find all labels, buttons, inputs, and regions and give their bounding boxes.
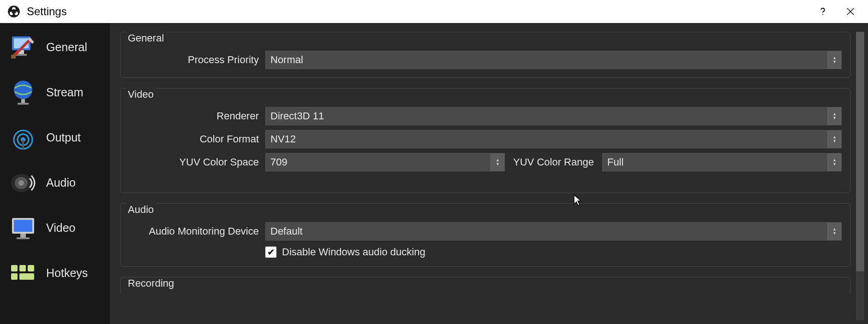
checkbox-icon: ✔	[265, 247, 276, 258]
spinner-icon: ▲▼	[827, 107, 841, 125]
svg-point-15	[14, 81, 32, 99]
select-color-format[interactable]: NV12 ▲▼	[265, 130, 842, 148]
select-value: Default	[270, 225, 303, 237]
spinner-icon: ▲▼	[827, 51, 841, 69]
sidebar-item-label: General	[46, 41, 87, 54]
select-audio-monitoring-device[interactable]: Default ▲▼	[265, 222, 842, 241]
sidebar-item-stream[interactable]: Stream	[0, 76, 110, 108]
spinner-icon: ▲▼	[827, 153, 841, 171]
svg-point-5	[822, 14, 823, 15]
svg-rect-28	[17, 237, 30, 239]
sidebar-item-hotkeys[interactable]: Hotkeys	[0, 257, 110, 289]
sidebar-item-label: Audio	[46, 176, 76, 189]
general-settings-icon	[9, 34, 37, 60]
sidebar-item-audio[interactable]: Audio	[0, 166, 110, 199]
select-value: Normal	[270, 54, 303, 66]
checkbox-disable-audio-ducking[interactable]: ✔ Disable Windows audio ducking	[265, 246, 842, 258]
spinner-icon: ▲▼	[827, 130, 841, 148]
sidebar-item-label: Hotkeys	[46, 266, 88, 280]
app-icon	[7, 5, 20, 18]
sidebar-item-general[interactable]: General	[0, 31, 110, 63]
window-title: Settings	[27, 5, 67, 18]
svg-rect-31	[28, 265, 34, 271]
checkbox-label: Disable Windows audio ducking	[282, 246, 425, 258]
spinner-icon: ▲▼	[491, 153, 504, 171]
select-value: 709	[270, 156, 287, 168]
label-process-priority: Process Priority	[129, 54, 259, 66]
sidebar-item-label: Video	[46, 221, 76, 235]
settings-content: General Process Priority Normal ▲▼ Video…	[110, 24, 856, 324]
hotkeys-keyboard-icon	[9, 259, 37, 286]
group-audio: Audio Audio Monitoring Device Default ▲▼…	[120, 203, 850, 267]
select-process-priority[interactable]: Normal ▲▼	[265, 51, 842, 69]
titlebar: Settings	[0, 0, 868, 23]
output-icon	[9, 124, 37, 151]
svg-rect-16	[21, 99, 25, 103]
group-title-general: General	[126, 31, 166, 45]
label-color-format: Color Format	[129, 133, 259, 145]
svg-point-4	[12, 9, 16, 14]
svg-rect-26	[14, 220, 32, 232]
label-audio-monitoring-device: Audio Monitoring Device	[129, 225, 259, 237]
svg-point-24	[18, 180, 24, 186]
video-monitor-icon	[9, 214, 37, 241]
group-general: General Process Priority Normal ▲▼	[120, 32, 850, 78]
sidebar-item-label: Output	[46, 131, 81, 144]
select-renderer[interactable]: Direct3D 11 ▲▼	[265, 107, 842, 125]
svg-rect-17	[18, 103, 29, 105]
group-title-video: Video	[126, 88, 156, 101]
sidebar-item-label: Stream	[46, 86, 84, 99]
sidebar-item-video[interactable]: Video	[0, 212, 110, 244]
select-value: Full	[607, 156, 623, 168]
settings-sidebar: General Stream	[0, 24, 110, 324]
svg-rect-13	[11, 55, 16, 59]
label-yuv-color-range: YUV Color Range	[511, 156, 596, 168]
spinner-icon: ▲▼	[827, 223, 841, 240]
svg-rect-27	[20, 234, 26, 237]
audio-speaker-icon	[9, 169, 37, 196]
stream-icon	[9, 79, 37, 106]
select-value: NV12	[270, 133, 296, 145]
svg-rect-30	[19, 265, 26, 271]
select-value: Direct3D 11	[270, 110, 324, 122]
help-button[interactable]	[809, 0, 837, 23]
scrollbar[interactable]	[856, 32, 864, 320]
sidebar-item-output[interactable]: Output	[0, 121, 110, 153]
scrollbar-thumb[interactable]	[856, 32, 864, 271]
svg-rect-32	[11, 273, 18, 280]
svg-rect-33	[19, 273, 34, 280]
group-recording: Recording	[120, 277, 850, 294]
group-title-audio: Audio	[126, 203, 156, 217]
close-button[interactable]	[837, 0, 864, 23]
label-renderer: Renderer	[129, 110, 259, 122]
select-yuv-color-space[interactable]: 709 ▲▼	[265, 153, 505, 171]
svg-rect-29	[11, 265, 18, 271]
group-video: Video Renderer Direct3D 11 ▲▼ Color Form…	[120, 88, 850, 193]
select-yuv-color-range[interactable]: Full ▲▼	[602, 153, 842, 171]
label-yuv-color-space: YUV Color Space	[129, 156, 259, 168]
group-title-recording: Recording	[126, 277, 176, 290]
